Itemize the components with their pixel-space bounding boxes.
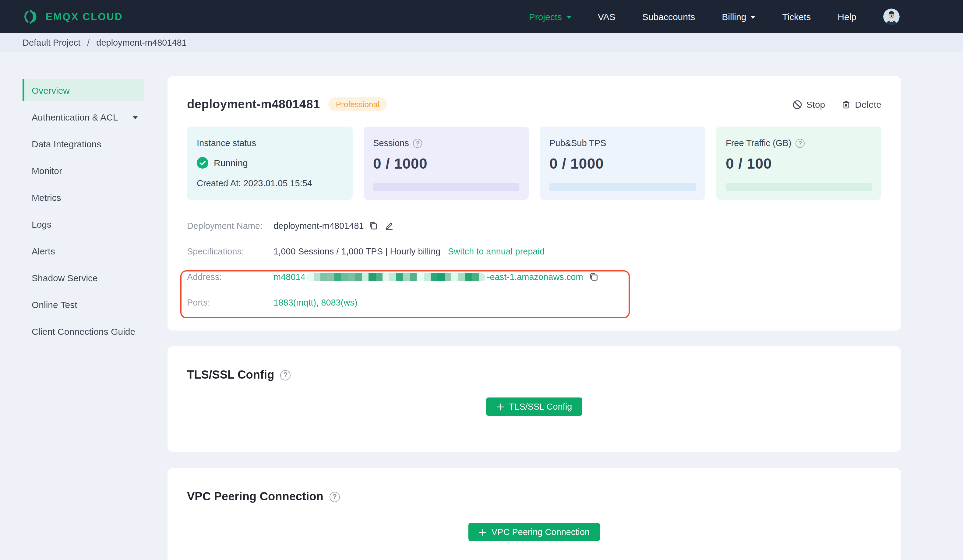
nav-tickets[interactable]: Tickets: [782, 11, 811, 22]
plus-icon: [479, 528, 487, 536]
ports-row: Ports: 1883(mqtt), 8083(ws): [187, 290, 881, 315]
sidebar: Overview Authentication & ACL Data Integ…: [23, 79, 144, 347]
sessions-progress-bar: [373, 183, 519, 191]
address-row: Address: m48014 -east-1.amazonaws.com: [187, 264, 881, 290]
nav-projects[interactable]: Projects: [529, 11, 571, 22]
edit-icon[interactable]: [385, 221, 394, 231]
traffic-progress-bar: [726, 183, 872, 191]
copy-icon[interactable]: [589, 272, 599, 282]
ports-value: 1883(mqtt), 8083(ws): [274, 298, 358, 308]
logo[interactable]: EMQX CLOUD: [23, 8, 123, 25]
nav-subaccounts[interactable]: Subaccounts: [642, 11, 695, 22]
sidebar-item-alerts[interactable]: Alerts: [23, 240, 144, 262]
sidebar-item-monitor[interactable]: Monitor: [23, 159, 144, 181]
stat-free-traffic: Free Traffic (GB) ? 0 / 100: [716, 126, 881, 200]
deployment-name-row: Deployment Name: deployment-m4801481: [187, 213, 881, 239]
chevron-down-icon: [751, 16, 755, 19]
help-icon[interactable]: ?: [413, 139, 422, 147]
vpc-section-title: VPC Peering Connection: [187, 490, 323, 503]
add-vpc-peering-button[interactable]: VPC Peering Connection: [469, 523, 600, 541]
sidebar-item-authentication-acl[interactable]: Authentication & ACL: [23, 106, 144, 128]
help-icon[interactable]: ?: [280, 370, 290, 380]
stat-pubsub-tps: Pub&Sub TPS 0 / 1000: [540, 126, 705, 200]
deployment-overview-card: deployment-m4801481 Professional Stop: [167, 76, 901, 330]
stat-instance-status: Instance status Running Created At: 2023…: [187, 126, 352, 200]
vpc-peering-section: VPC Peering Connection ? VPC Peering Con…: [167, 468, 901, 560]
nav-help[interactable]: Help: [838, 11, 856, 22]
page-title: deployment-m4801481: [187, 97, 320, 112]
app: EMQX CLOUD Projects VAS Subaccounts Bill…: [0, 0, 963, 560]
connection-info: Address: m48014 -east-1.amazonaws.com: [187, 264, 881, 315]
sidebar-item-overview[interactable]: Overview: [23, 79, 144, 101]
check-circle-icon: [197, 157, 208, 168]
tls-ssl-section: TLS/SSL Config ? TLS/SSL Config: [167, 346, 901, 452]
logo-text: EMQX CLOUD: [46, 11, 123, 22]
emqx-logo-icon: [23, 8, 39, 25]
sidebar-item-metrics[interactable]: Metrics: [23, 186, 144, 208]
trash-icon: [841, 100, 851, 109]
switch-annual-link[interactable]: Switch to annual prepaid: [448, 246, 545, 256]
address-prefix: m48014: [274, 272, 305, 282]
help-icon[interactable]: ?: [796, 139, 805, 147]
deployment-info: Deployment Name: deployment-m4801481: [187, 213, 881, 315]
copy-icon[interactable]: [369, 221, 379, 231]
address-suffix: -east-1.amazonaws.com: [487, 272, 583, 282]
address-redaction: [307, 273, 486, 281]
chevron-down-icon: [133, 116, 138, 119]
topbar: EMQX CLOUD Projects VAS Subaccounts Bill…: [0, 0, 963, 33]
plan-badge: Professional: [329, 97, 387, 112]
nav-billing[interactable]: Billing: [722, 11, 755, 22]
plus-icon: [496, 403, 504, 411]
breadcrumb-deployment: deployment-m4801481: [96, 38, 187, 47]
sidebar-item-data-integrations[interactable]: Data Integrations: [23, 133, 144, 155]
sidebar-item-client-connections-guide[interactable]: Client Connections Guide: [23, 320, 144, 342]
add-tls-ssl-config-button[interactable]: TLS/SSL Config: [486, 398, 583, 416]
created-at: Created At: 2023.01.05 15:54: [197, 178, 343, 188]
tps-progress-bar: [550, 183, 695, 191]
nav-vas[interactable]: VAS: [598, 11, 616, 22]
stop-button[interactable]: Stop: [793, 99, 825, 110]
breadcrumb-separator: /: [87, 38, 89, 47]
sidebar-item-online-test[interactable]: Online Test: [23, 293, 144, 315]
stats-row: Instance status Running Created At: 2023…: [187, 126, 881, 200]
stat-sessions: Sessions ? 0 / 1000: [363, 126, 529, 200]
sidebar-item-shadow-service[interactable]: Shadow Service: [23, 267, 144, 288]
help-icon[interactable]: ?: [329, 492, 340, 502]
top-navigation: Projects VAS Subaccounts Billing Tickets…: [529, 8, 900, 25]
status-badge: Running: [214, 158, 248, 168]
chevron-down-icon: [566, 16, 571, 19]
delete-button[interactable]: Delete: [841, 99, 881, 110]
breadcrumb: Default Project / deployment-m4801481: [0, 33, 963, 52]
stop-icon: [793, 100, 802, 109]
user-avatar[interactable]: [883, 8, 900, 25]
deployment-name-value: deployment-m4801481: [274, 221, 364, 231]
breadcrumb-project[interactable]: Default Project: [23, 38, 80, 47]
sidebar-item-logs[interactable]: Logs: [23, 213, 144, 235]
specifications-value: 1,000 Sessions / 1,000 TPS | Hourly bill…: [274, 246, 441, 256]
tls-section-title: TLS/SSL Config: [187, 368, 274, 382]
specifications-row: Specifications: 1,000 Sessions / 1,000 T…: [187, 239, 881, 264]
main-content: deployment-m4801481 Professional Stop: [167, 76, 901, 560]
